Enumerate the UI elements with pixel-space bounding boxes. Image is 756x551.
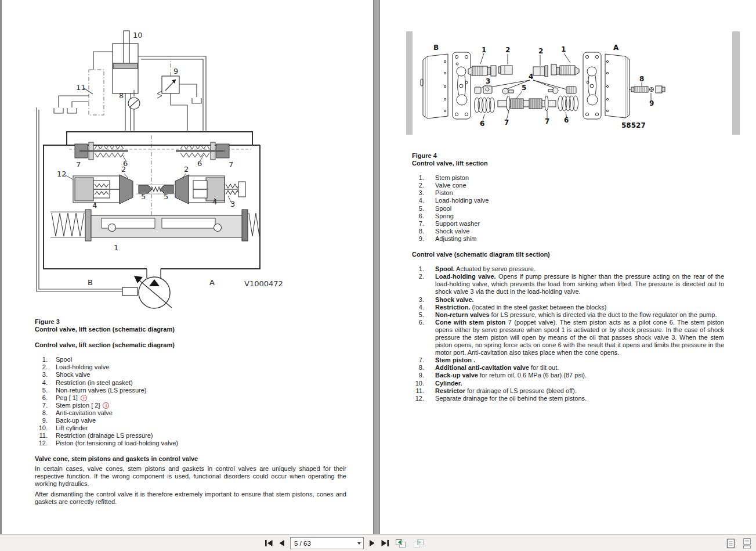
svg-text:7: 7 — [545, 117, 549, 125]
list-item: 11. Restriction (drainage LS pressure) — [35, 432, 346, 440]
list-item-term: Cone with stem piston — [435, 319, 505, 326]
list-item-term: Restrictor — [435, 387, 465, 394]
list-item-term: Cylinder. — [435, 380, 462, 387]
list-item-number: 8. — [412, 364, 424, 372]
list-item-number: 11. — [412, 387, 424, 395]
first-page-button[interactable] — [264, 539, 274, 547]
page-dropdown-caret[interactable] — [355, 542, 363, 545]
svg-text:A: A — [613, 44, 619, 52]
svg-text:6: 6 — [480, 120, 484, 128]
list-item-label: Back-up valve — [56, 417, 96, 424]
svg-text:11: 11 — [76, 83, 86, 92]
list-item-label: Load-holding valve — [435, 197, 724, 204]
figure-caption: Control valve, lift section (schematic d… — [35, 326, 346, 333]
info-icon — [81, 395, 87, 401]
previous-view-button[interactable] — [395, 538, 407, 549]
list-item: 9. Back-up valve for return oil, 0.6 MPa… — [412, 372, 725, 379]
list-item: 12. Piston (for tensioning of load-holdi… — [35, 440, 346, 447]
list-item-label: Piston (for tensioning of load-holding v… — [56, 440, 178, 446]
svg-text:2: 2 — [184, 165, 189, 174]
svg-text:2: 2 — [121, 165, 126, 174]
list-item-number: 7. — [412, 356, 424, 364]
list-item-number: 5. — [412, 205, 424, 213]
svg-text:1: 1 — [482, 46, 486, 54]
last-page-button[interactable] — [380, 539, 390, 547]
svg-text:3: 3 — [230, 200, 235, 208]
svg-text:8: 8 — [639, 75, 644, 83]
list-item-number: 10. — [412, 380, 424, 387]
svg-text:7: 7 — [229, 160, 233, 169]
list-item: 7. Support washer — [412, 220, 725, 228]
list-item-label: Stem piston — [435, 174, 724, 182]
list-item-term: Spool. — [435, 265, 455, 272]
page-number-input[interactable] — [291, 540, 355, 547]
svg-text:10: 10 — [133, 31, 143, 39]
svg-text:5: 5 — [141, 192, 146, 201]
list-item-label: Piston — [435, 189, 724, 197]
list-item-label: Spool — [435, 205, 724, 213]
list-item: 1. Stem piston — [412, 174, 725, 182]
facing-pages-view-button[interactable] — [742, 538, 752, 549]
svg-text:1: 1 — [561, 45, 566, 53]
svg-text:3: 3 — [486, 77, 490, 85]
svg-text:A: A — [209, 278, 215, 287]
parts-list: 1. Stem piston 2. Valve cone 3. Piston 4… — [412, 174, 725, 243]
pdf-viewer: { "left_page": { "figure": { "label": "F… — [0, 0, 756, 551]
list-item: 7. Stem piston [ 2] — [35, 402, 346, 409]
list-item: 5. Non-return valves (LS pressure) — [35, 387, 346, 394]
list-item-label: Shock valve — [435, 228, 724, 235]
single-page-view-button[interactable] — [726, 538, 736, 549]
svg-text:7: 7 — [504, 118, 509, 127]
svg-text:2: 2 — [505, 46, 510, 54]
list-item-label: Shock valve — [56, 371, 90, 378]
svg-text:9: 9 — [173, 67, 178, 75]
list-item-number: 4. — [412, 197, 424, 204]
list-item-label: Adjusting shim — [435, 235, 724, 243]
list-item-term: Additional anti-cavitation valve — [435, 364, 529, 371]
list-item-number: 2. — [35, 363, 48, 371]
list-item: 6. Spring — [412, 213, 725, 220]
right-page-text: Figure 4 Control valve, lift section 1. … — [412, 152, 725, 402]
list-item: 5. Non-return valves for LS pressure, wh… — [412, 311, 725, 319]
list-item: 1. Spool. Actuated by servo pressure. — [412, 265, 725, 273]
list-item: 8. Additional anti-cavitation valve for … — [412, 364, 725, 372]
list-item-number: 9. — [412, 372, 424, 379]
previous-view-icon — [395, 539, 407, 548]
next-page-button[interactable] — [368, 539, 375, 547]
list-item-number: 2. — [412, 273, 424, 296]
list-item-description: for tilt out. — [529, 364, 559, 371]
list-item: 6. Cone with stem piston 7 (poppet valve… — [412, 319, 725, 356]
list-item-label: Valve cone — [435, 182, 724, 189]
list-item-number: 9. — [412, 235, 424, 243]
svg-text:1: 1 — [114, 243, 118, 252]
list-item-description: for LS pressure, which is directed via t… — [490, 311, 717, 318]
list-item-number: 1. — [412, 265, 424, 273]
next-view-icon — [413, 539, 424, 548]
previous-page-button[interactable] — [278, 539, 285, 547]
description-list: 1. Spool. Actuated by servo pressure. 2.… — [412, 265, 725, 402]
left-page: 10911876671222554431BAV1000472 Figure 3 … — [2, 0, 373, 534]
next-view-button[interactable] — [412, 538, 425, 549]
section-heading: Control valve, lift section (schematic d… — [35, 341, 346, 349]
list-item-number: 3. — [35, 371, 48, 379]
svg-text:5: 5 — [522, 84, 526, 92]
list-item-number: 6. — [35, 394, 48, 402]
list-item-number: 6. — [412, 319, 424, 356]
svg-text:5: 5 — [164, 192, 168, 201]
list-item-label: Non-return valves (LS pressure) — [56, 387, 147, 394]
list-item: 4. Restriction. (located in the steel ga… — [412, 304, 725, 311]
figure3-schematic: 10911876671222554431BAV1000472 — [2, 26, 373, 316]
list-item-term: Shock valve. — [435, 296, 474, 303]
list-item: 4. Restriction (in steel gasket) — [35, 379, 346, 387]
list-item: 8. Shock valve — [412, 228, 725, 235]
page-number-combobox[interactable] — [290, 537, 364, 549]
list-item: 12. Separate drainage for the oil behind… — [412, 395, 725, 402]
svg-text:B: B — [433, 44, 439, 52]
single-page-view-icon — [726, 538, 735, 549]
list-item-label: Peg [ 1] — [56, 394, 78, 401]
first-page-icon — [265, 540, 273, 546]
list-item: 10. Lift cylinder — [35, 424, 346, 432]
list-item-label: Anti-cavitation valve — [56, 409, 113, 416]
list-item: 9. Back-up valve — [35, 417, 346, 424]
page-gap — [373, 0, 380, 534]
